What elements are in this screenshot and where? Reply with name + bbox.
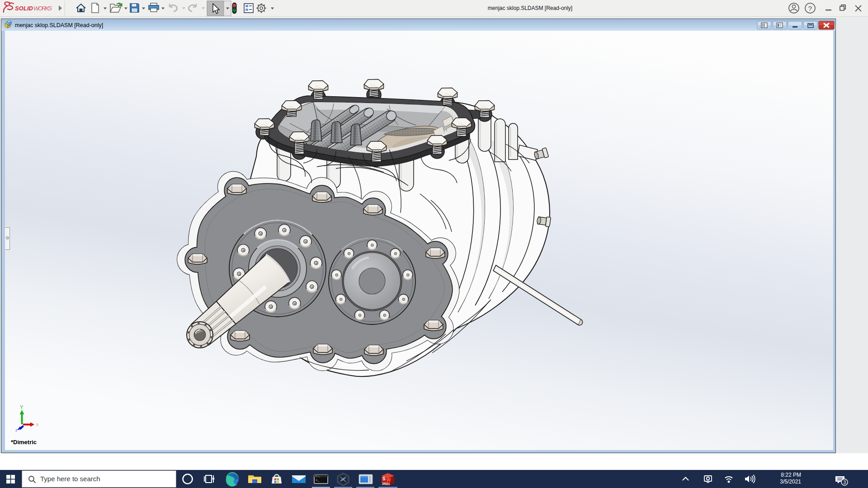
svg-text:C:\_: C:\_ <box>316 475 321 478</box>
svg-text:3: 3 <box>844 480 846 485</box>
svg-text:S: S <box>382 476 386 481</box>
svg-text:>_: >_ <box>316 479 320 482</box>
svg-text:?: ? <box>808 5 812 12</box>
svg-text:menjac sklop.SLDASM [Read-only: menjac sklop.SLDASM [Read-only] <box>15 22 103 28</box>
svg-text:2021: 2021 <box>382 482 390 486</box>
svg-text:SOLID: SOLID <box>15 5 33 12</box>
svg-text:Y: Y <box>20 404 24 410</box>
svg-text:WORKS: WORKS <box>33 5 52 12</box>
svg-text:z: z <box>15 428 18 432</box>
svg-text:x: x <box>36 422 38 427</box>
